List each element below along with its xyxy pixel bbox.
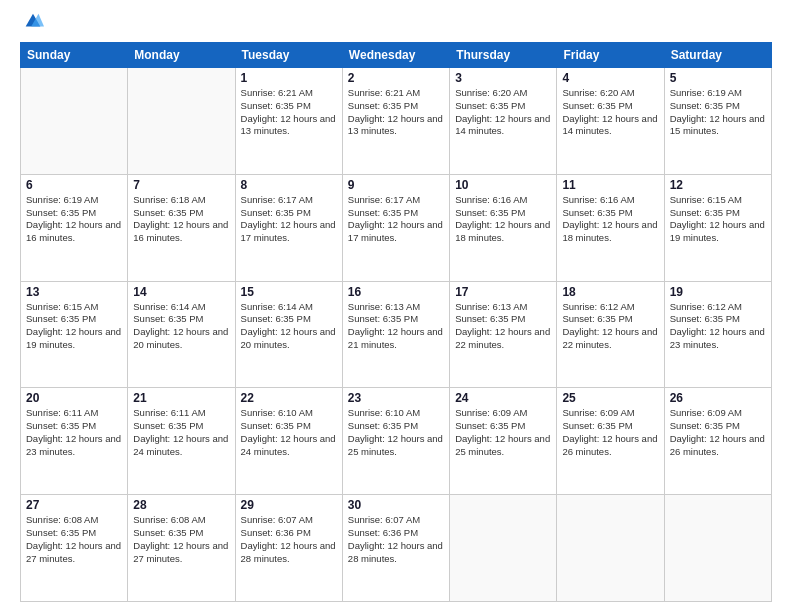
calendar-cell: 28Sunrise: 6:08 AMSunset: 6:35 PMDayligh… <box>128 495 235 602</box>
day-number: 22 <box>241 391 337 405</box>
day-info: Sunrise: 6:09 AMSunset: 6:35 PMDaylight:… <box>670 407 766 458</box>
calendar-cell: 12Sunrise: 6:15 AMSunset: 6:35 PMDayligh… <box>664 174 771 281</box>
day-number: 10 <box>455 178 551 192</box>
day-info: Sunrise: 6:19 AMSunset: 6:35 PMDaylight:… <box>26 194 122 245</box>
day-info: Sunrise: 6:13 AMSunset: 6:35 PMDaylight:… <box>455 301 551 352</box>
day-info: Sunrise: 6:21 AMSunset: 6:35 PMDaylight:… <box>348 87 444 138</box>
day-number: 3 <box>455 71 551 85</box>
logo-icon <box>22 10 44 32</box>
calendar-table: SundayMondayTuesdayWednesdayThursdayFrid… <box>20 42 772 602</box>
calendar-cell: 10Sunrise: 6:16 AMSunset: 6:35 PMDayligh… <box>450 174 557 281</box>
weekday-header-monday: Monday <box>128 43 235 68</box>
calendar-week-row: 27Sunrise: 6:08 AMSunset: 6:35 PMDayligh… <box>21 495 772 602</box>
day-info: Sunrise: 6:21 AMSunset: 6:35 PMDaylight:… <box>241 87 337 138</box>
calendar-cell <box>664 495 771 602</box>
day-number: 20 <box>26 391 122 405</box>
calendar-cell <box>21 68 128 175</box>
calendar-cell: 24Sunrise: 6:09 AMSunset: 6:35 PMDayligh… <box>450 388 557 495</box>
calendar-week-row: 20Sunrise: 6:11 AMSunset: 6:35 PMDayligh… <box>21 388 772 495</box>
calendar-week-row: 6Sunrise: 6:19 AMSunset: 6:35 PMDaylight… <box>21 174 772 281</box>
day-number: 28 <box>133 498 229 512</box>
day-info: Sunrise: 6:10 AMSunset: 6:35 PMDaylight:… <box>348 407 444 458</box>
day-info: Sunrise: 6:08 AMSunset: 6:35 PMDaylight:… <box>133 514 229 565</box>
day-number: 24 <box>455 391 551 405</box>
day-number: 15 <box>241 285 337 299</box>
calendar-cell: 29Sunrise: 6:07 AMSunset: 6:36 PMDayligh… <box>235 495 342 602</box>
day-number: 8 <box>241 178 337 192</box>
day-number: 21 <box>133 391 229 405</box>
day-info: Sunrise: 6:09 AMSunset: 6:35 PMDaylight:… <box>562 407 658 458</box>
day-number: 16 <box>348 285 444 299</box>
calendar-cell <box>450 495 557 602</box>
calendar-cell: 4Sunrise: 6:20 AMSunset: 6:35 PMDaylight… <box>557 68 664 175</box>
day-info: Sunrise: 6:14 AMSunset: 6:35 PMDaylight:… <box>133 301 229 352</box>
day-number: 13 <box>26 285 122 299</box>
logo <box>20 18 44 32</box>
calendar-cell: 14Sunrise: 6:14 AMSunset: 6:35 PMDayligh… <box>128 281 235 388</box>
day-number: 6 <box>26 178 122 192</box>
day-info: Sunrise: 6:15 AMSunset: 6:35 PMDaylight:… <box>670 194 766 245</box>
day-number: 26 <box>670 391 766 405</box>
header <box>20 18 772 32</box>
weekday-header-saturday: Saturday <box>664 43 771 68</box>
calendar-cell: 16Sunrise: 6:13 AMSunset: 6:35 PMDayligh… <box>342 281 449 388</box>
day-number: 4 <box>562 71 658 85</box>
calendar-cell: 30Sunrise: 6:07 AMSunset: 6:36 PMDayligh… <box>342 495 449 602</box>
day-info: Sunrise: 6:12 AMSunset: 6:35 PMDaylight:… <box>562 301 658 352</box>
day-number: 29 <box>241 498 337 512</box>
calendar-cell: 13Sunrise: 6:15 AMSunset: 6:35 PMDayligh… <box>21 281 128 388</box>
weekday-header-thursday: Thursday <box>450 43 557 68</box>
day-info: Sunrise: 6:07 AMSunset: 6:36 PMDaylight:… <box>348 514 444 565</box>
day-number: 5 <box>670 71 766 85</box>
calendar-cell: 3Sunrise: 6:20 AMSunset: 6:35 PMDaylight… <box>450 68 557 175</box>
day-info: Sunrise: 6:13 AMSunset: 6:35 PMDaylight:… <box>348 301 444 352</box>
day-info: Sunrise: 6:18 AMSunset: 6:35 PMDaylight:… <box>133 194 229 245</box>
calendar-cell: 26Sunrise: 6:09 AMSunset: 6:35 PMDayligh… <box>664 388 771 495</box>
day-info: Sunrise: 6:11 AMSunset: 6:35 PMDaylight:… <box>26 407 122 458</box>
calendar-cell: 18Sunrise: 6:12 AMSunset: 6:35 PMDayligh… <box>557 281 664 388</box>
page: SundayMondayTuesdayWednesdayThursdayFrid… <box>0 0 792 612</box>
day-info: Sunrise: 6:16 AMSunset: 6:35 PMDaylight:… <box>455 194 551 245</box>
calendar-cell: 7Sunrise: 6:18 AMSunset: 6:35 PMDaylight… <box>128 174 235 281</box>
day-number: 2 <box>348 71 444 85</box>
day-number: 7 <box>133 178 229 192</box>
calendar-cell <box>557 495 664 602</box>
calendar-cell: 21Sunrise: 6:11 AMSunset: 6:35 PMDayligh… <box>128 388 235 495</box>
calendar-week-row: 13Sunrise: 6:15 AMSunset: 6:35 PMDayligh… <box>21 281 772 388</box>
day-info: Sunrise: 6:20 AMSunset: 6:35 PMDaylight:… <box>562 87 658 138</box>
day-info: Sunrise: 6:17 AMSunset: 6:35 PMDaylight:… <box>241 194 337 245</box>
day-info: Sunrise: 6:07 AMSunset: 6:36 PMDaylight:… <box>241 514 337 565</box>
calendar-cell: 22Sunrise: 6:10 AMSunset: 6:35 PMDayligh… <box>235 388 342 495</box>
calendar-cell: 20Sunrise: 6:11 AMSunset: 6:35 PMDayligh… <box>21 388 128 495</box>
calendar-cell: 23Sunrise: 6:10 AMSunset: 6:35 PMDayligh… <box>342 388 449 495</box>
weekday-header-sunday: Sunday <box>21 43 128 68</box>
calendar-cell: 1Sunrise: 6:21 AMSunset: 6:35 PMDaylight… <box>235 68 342 175</box>
day-info: Sunrise: 6:19 AMSunset: 6:35 PMDaylight:… <box>670 87 766 138</box>
calendar-cell: 2Sunrise: 6:21 AMSunset: 6:35 PMDaylight… <box>342 68 449 175</box>
day-info: Sunrise: 6:15 AMSunset: 6:35 PMDaylight:… <box>26 301 122 352</box>
day-number: 18 <box>562 285 658 299</box>
calendar-cell <box>128 68 235 175</box>
day-info: Sunrise: 6:09 AMSunset: 6:35 PMDaylight:… <box>455 407 551 458</box>
day-info: Sunrise: 6:08 AMSunset: 6:35 PMDaylight:… <box>26 514 122 565</box>
day-info: Sunrise: 6:16 AMSunset: 6:35 PMDaylight:… <box>562 194 658 245</box>
calendar-cell: 5Sunrise: 6:19 AMSunset: 6:35 PMDaylight… <box>664 68 771 175</box>
calendar-cell: 27Sunrise: 6:08 AMSunset: 6:35 PMDayligh… <box>21 495 128 602</box>
weekday-header-tuesday: Tuesday <box>235 43 342 68</box>
day-info: Sunrise: 6:17 AMSunset: 6:35 PMDaylight:… <box>348 194 444 245</box>
calendar-cell: 6Sunrise: 6:19 AMSunset: 6:35 PMDaylight… <box>21 174 128 281</box>
weekday-header-friday: Friday <box>557 43 664 68</box>
calendar-week-row: 1Sunrise: 6:21 AMSunset: 6:35 PMDaylight… <box>21 68 772 175</box>
day-number: 27 <box>26 498 122 512</box>
calendar-cell: 25Sunrise: 6:09 AMSunset: 6:35 PMDayligh… <box>557 388 664 495</box>
day-info: Sunrise: 6:14 AMSunset: 6:35 PMDaylight:… <box>241 301 337 352</box>
calendar-cell: 15Sunrise: 6:14 AMSunset: 6:35 PMDayligh… <box>235 281 342 388</box>
day-number: 30 <box>348 498 444 512</box>
day-info: Sunrise: 6:11 AMSunset: 6:35 PMDaylight:… <box>133 407 229 458</box>
day-number: 19 <box>670 285 766 299</box>
day-number: 11 <box>562 178 658 192</box>
calendar-cell: 8Sunrise: 6:17 AMSunset: 6:35 PMDaylight… <box>235 174 342 281</box>
day-info: Sunrise: 6:12 AMSunset: 6:35 PMDaylight:… <box>670 301 766 352</box>
weekday-header-row: SundayMondayTuesdayWednesdayThursdayFrid… <box>21 43 772 68</box>
day-info: Sunrise: 6:10 AMSunset: 6:35 PMDaylight:… <box>241 407 337 458</box>
